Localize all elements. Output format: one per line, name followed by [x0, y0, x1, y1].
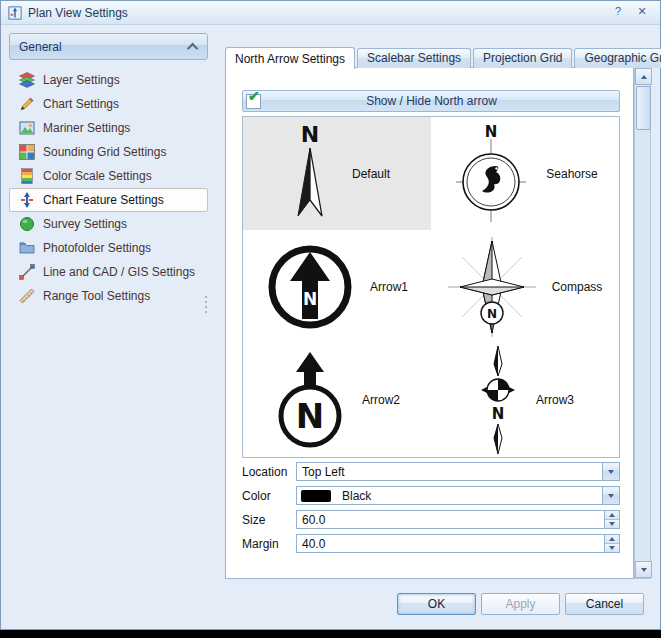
sidebar-item-label: Line and CAD / GIS Settings [43, 265, 195, 279]
sidebar-item-range-tool-settings[interactable]: Range Tool Settings [9, 284, 208, 308]
sidebar-item-label: Chart Settings [43, 97, 119, 111]
color-value: Black [337, 489, 602, 503]
sidebar-item-layer-settings[interactable]: Layer Settings [9, 68, 208, 92]
svg-text:N: N [487, 307, 497, 321]
ruler-icon [19, 288, 35, 304]
sidebar-item-label: Mariner Settings [43, 121, 130, 135]
help-icon[interactable]: ? [608, 4, 628, 20]
pencil-icon [19, 96, 35, 112]
tab-north-arrow-settings[interactable]: North Arrow Settings [225, 47, 355, 69]
location-dropdown[interactable]: Top Left [296, 462, 620, 481]
tab-strip: North Arrow Settings Scalebar Settings P… [225, 47, 661, 68]
sidebar-group-general[interactable]: General [9, 33, 208, 60]
arrow2-graphic: N [274, 350, 346, 450]
plan-view-settings-dialog: Plan View Settings ? ✕ General Layer Set… [0, 0, 661, 630]
arrow1-graphic: N [266, 243, 354, 331]
style-name: Arrow2 [362, 393, 400, 407]
style-option-arrow3[interactable]: N Arrow3 [431, 344, 619, 457]
sidebar-item-label: Color Scale Settings [43, 169, 152, 183]
sidebar-item-line-cad-gis-settings[interactable]: Line and CAD / GIS Settings [9, 260, 208, 284]
apply-button[interactable]: Apply [481, 593, 560, 615]
tab-geographic-grid[interactable]: Geographic Grid [574, 48, 661, 68]
scroll-up-icon[interactable] [635, 68, 652, 85]
chevron-up-icon [187, 42, 198, 53]
size-input[interactable] [297, 512, 604, 527]
splitter-handle[interactable] [205, 296, 207, 313]
sidebar-item-sounding-grid-settings[interactable]: Sounding Grid Settings [9, 140, 208, 164]
style-option-arrow2[interactable]: N Arrow2 [243, 344, 431, 457]
location-label: Location [242, 465, 296, 479]
north-arrow-icon [19, 192, 35, 208]
north-arrow-settings-panel: ✔ Show / Hide North arrow N Default N [225, 67, 634, 579]
spin-up-icon[interactable] [605, 511, 619, 520]
checkbox-checked-icon[interactable]: ✔ [246, 94, 261, 109]
toggle-label: Show / Hide North arrow [261, 94, 602, 108]
location-row: Location Top Left [242, 462, 620, 481]
svg-text:N: N [296, 396, 324, 436]
sidebar-item-label: Sounding Grid Settings [43, 145, 166, 159]
north-arrow-style-grid: N Default N Seahorse [242, 116, 620, 458]
scrollbar-thumb[interactable] [636, 86, 651, 130]
style-option-compass[interactable]: N Compass [431, 230, 619, 343]
sidebar-item-label: Chart Feature Settings [43, 193, 164, 207]
cancel-button[interactable]: Cancel [565, 593, 644, 615]
sidebar-item-color-scale-settings[interactable]: Color Scale Settings [9, 164, 208, 188]
vertical-scrollbar[interactable] [634, 67, 651, 579]
sidebar-item-mariner-settings[interactable]: Mariner Settings [9, 116, 208, 140]
style-name: Default [352, 167, 390, 181]
tab-scalebar-settings[interactable]: Scalebar Settings [357, 48, 471, 68]
sidebar-item-label: Range Tool Settings [43, 289, 150, 303]
close-icon[interactable]: ✕ [632, 4, 652, 20]
show-hide-north-arrow-toggle[interactable]: ✔ Show / Hide North arrow [242, 90, 620, 112]
scroll-down-icon[interactable] [635, 561, 652, 578]
sidebar-item-chart-feature-settings[interactable]: Chart Feature Settings [9, 188, 208, 212]
arrow3-graphic: N [476, 344, 520, 456]
location-value: Top Left [297, 465, 602, 479]
color-scale-icon [19, 168, 35, 184]
ok-button[interactable]: OK [397, 593, 476, 615]
style-name: Compass [552, 280, 603, 294]
window-icon [8, 6, 22, 20]
folder-icon [19, 240, 35, 256]
sidebar-item-survey-settings[interactable]: Survey Settings [9, 212, 208, 236]
chevron-down-icon [608, 470, 614, 474]
spin-down-icon[interactable] [605, 544, 619, 552]
spin-down-icon[interactable] [605, 520, 619, 528]
style-option-default[interactable]: N Default [243, 117, 431, 230]
svg-text:N: N [492, 405, 505, 423]
style-option-seahorse[interactable]: N Seahorse [431, 117, 619, 230]
green-sphere-icon [19, 216, 35, 232]
tab-projection-grid[interactable]: Projection Grid [473, 48, 572, 68]
svg-text:N: N [303, 289, 317, 309]
svg-text:N: N [301, 124, 319, 147]
sidebar-item-chart-settings[interactable]: Chart Settings [9, 92, 208, 116]
sidebar-item-label: Photofolder Settings [43, 241, 151, 255]
size-spin-buttons [604, 511, 619, 528]
margin-label: Margin [242, 537, 296, 551]
margin-spinner[interactable] [296, 534, 620, 553]
sidebar: General Layer Settings [9, 33, 208, 308]
size-row: Size [242, 510, 620, 529]
margin-input[interactable] [297, 536, 604, 551]
layers-icon [19, 72, 35, 88]
svg-text:N: N [485, 124, 498, 141]
sidebar-item-photofolder-settings[interactable]: Photofolder Settings [9, 236, 208, 260]
color-dropdown[interactable]: Black [296, 486, 620, 505]
style-name: Arrow3 [536, 393, 574, 407]
margin-spin-buttons [604, 535, 619, 552]
titlebar[interactable]: Plan View Settings ? ✕ [1, 1, 660, 25]
size-spinner[interactable] [296, 510, 620, 529]
style-option-arrow1[interactable]: N Arrow1 [243, 230, 431, 343]
color-grid-icon [19, 144, 35, 160]
margin-row: Margin [242, 534, 620, 553]
sidebar-item-label: Survey Settings [43, 217, 127, 231]
group-header-label: General [19, 40, 62, 54]
compass-graphic: N [448, 237, 536, 337]
location-dropdown-button[interactable] [602, 463, 619, 480]
color-label: Color [242, 489, 296, 503]
chevron-down-icon [608, 494, 614, 498]
spin-up-icon[interactable] [605, 535, 619, 544]
color-dropdown-button[interactable] [602, 487, 619, 504]
sidebar-item-label: Layer Settings [43, 73, 120, 87]
sidebar-items: Layer Settings Chart Settings [9, 68, 208, 308]
